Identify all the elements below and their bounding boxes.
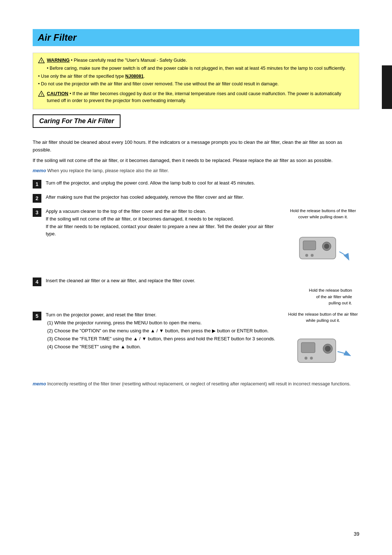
svg-rect-11	[301, 343, 315, 353]
step-1-content: Turn off the projector, and unplug the p…	[46, 179, 359, 187]
caution-text: CAUTION • If the air filter becomes clog…	[47, 90, 354, 105]
step-5-sub3: (3) Choose the "FILTER TIME" using the ▲…	[47, 335, 281, 343]
warning-text: WARNING • Please carefully read the "Use…	[47, 57, 187, 64]
svg-point-13	[325, 346, 331, 352]
step-2-content: After making sure that the projector has…	[46, 194, 359, 201]
sidebar-tab	[382, 65, 392, 109]
warning-line4: • Do not use the projector with the air …	[38, 81, 354, 88]
section-title: Air Filter	[33, 29, 359, 46]
memo2: memo Incorrectly resetting of the filter…	[33, 381, 359, 388]
step-4: 4 Insert the cleaned air filter or a new…	[33, 277, 359, 307]
step-5-number: 5	[33, 312, 41, 320]
intro-para1: The air filter should be cleaned about e…	[33, 139, 359, 154]
intro-para2: If the soiling will not come off the air…	[33, 157, 359, 165]
model-number: NJ08081	[125, 74, 144, 79]
step-5-sub1: (1) While the projector running, press t…	[47, 319, 281, 327]
svg-point-8	[305, 254, 308, 257]
warning-line3: • Use only the air filter of the specifi…	[38, 73, 354, 80]
step-5-sub2: (2) Choose the "OPTION" on the menu usin…	[47, 327, 281, 335]
warning-label: WARNING	[47, 57, 70, 63]
step-3-number: 3	[33, 208, 41, 217]
projector-image-1	[292, 223, 354, 270]
warning-icon: !	[38, 57, 45, 64]
svg-text:!: !	[41, 59, 42, 63]
step-4-image-caption: Hold the release buttonof the air filter…	[46, 287, 359, 306]
step-2: 2 After making sure that the projector h…	[33, 194, 359, 203]
projector-image-2	[292, 326, 354, 373]
memo1-label: memo	[33, 168, 46, 173]
svg-point-14	[305, 357, 307, 360]
step-3-image-col: Hold the release buttons of the filter c…	[287, 208, 359, 272]
step-3-image-caption: Hold the release buttons of the filter c…	[287, 208, 359, 220]
svg-point-15	[310, 357, 313, 360]
step-5: 5 Turn on the projector power, and reset…	[33, 311, 359, 376]
step-1-number: 1	[33, 180, 41, 189]
step-4-number: 4	[33, 278, 41, 286]
caution-label: CAUTION	[47, 91, 68, 96]
step-5-sublist: (1) While the projector running, press t…	[47, 319, 281, 351]
steps-container: 1 Turn off the projector, and unplug the…	[33, 179, 359, 376]
step-3-text: Apply a vacuum cleaner to the top of the…	[46, 208, 281, 272]
step-3-main: Apply a vacuum cleaner to the top of the…	[46, 208, 359, 272]
svg-rect-5	[303, 241, 316, 250]
svg-point-7	[324, 244, 329, 249]
page-number: 39	[354, 531, 359, 537]
caution-icon: !	[38, 90, 45, 97]
page: Air Filter ! WARNING • Please carefully …	[0, 0, 392, 555]
caution-line: ! CAUTION • If the air filter becomes cl…	[38, 90, 354, 105]
warning-line: ! WARNING • Please carefully read the "U…	[38, 57, 354, 64]
svg-point-9	[311, 254, 314, 257]
step-4-content: Insert the cleaned air filter or a new a…	[46, 277, 359, 307]
warning-caution-box: ! WARNING • Please carefully read the "U…	[33, 53, 359, 109]
step-2-number: 2	[33, 194, 41, 203]
sub-section-title: Caring For The Air Filter	[33, 114, 121, 128]
step-1: 1 Turn off the projector, and unplug the…	[33, 179, 359, 189]
step-3: 3 Apply a vacuum cleaner to the top of t…	[33, 208, 359, 272]
memo2-label: memo	[33, 381, 46, 386]
step-5-main: Turn on the projector power, and reset t…	[46, 311, 359, 376]
step-5-text: Turn on the projector power, and reset t…	[46, 311, 281, 376]
svg-text:!: !	[41, 93, 42, 96]
warning-line2: • Before caring, make sure the power swi…	[47, 65, 354, 72]
step-5-image-col: Hold the release button of the air filte…	[287, 311, 359, 376]
step-5-sub4: (4) Choose the "RESET" using the ▲ butto…	[47, 343, 281, 351]
step-5-image-caption: Hold the release button of the air filte…	[287, 311, 359, 324]
memo1: memo When you replace the lamp, please r…	[33, 167, 359, 174]
